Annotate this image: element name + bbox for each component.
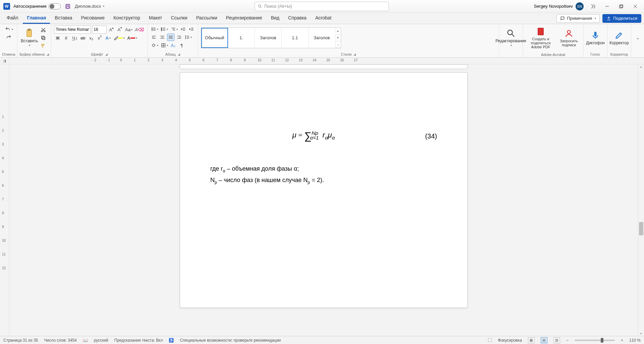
spellcheck-icon[interactable]: 📖: [83, 338, 88, 343]
styles-scroll-down[interactable]: ▾: [335, 35, 341, 41]
status-language[interactable]: русский: [94, 338, 108, 343]
styles-scroll-up[interactable]: ▴: [335, 28, 341, 35]
acrobat-sign-button[interactable]: Запросить подписи: [557, 27, 581, 48]
status-page[interactable]: Страница 31 из 35: [3, 338, 38, 343]
status-focus[interactable]: Фокусировка: [498, 338, 522, 343]
cut-button[interactable]: [40, 26, 47, 34]
redo-button[interactable]: [5, 34, 13, 41]
align-center-button[interactable]: [159, 34, 166, 41]
show-marks-button[interactable]: ¶: [178, 42, 185, 49]
status-words[interactable]: Число слов: 3454: [44, 338, 76, 343]
tab-review[interactable]: Рецензирование: [222, 13, 266, 24]
dialog-launcher-icon[interactable]: ◢: [47, 53, 49, 56]
scrollbar-thumb[interactable]: [639, 222, 643, 235]
acrobat-create-button[interactable]: Создать и поделиться Adobe PDF: [526, 25, 556, 50]
comments-button[interactable]: Примечания ▾: [556, 14, 600, 23]
zoom-level[interactable]: 110 %: [629, 338, 641, 343]
style-heading1-num[interactable]: 1.: [228, 28, 255, 48]
tab-draw[interactable]: Рисование: [77, 13, 109, 24]
superscript-button[interactable]: x2: [96, 34, 103, 42]
scroll-up-icon[interactable]: ▴: [638, 65, 644, 68]
tab-acrobat[interactable]: Acrobat: [311, 13, 335, 24]
tab-help[interactable]: Справка: [284, 13, 311, 24]
vertical-scrollbar[interactable]: ▴ ▾: [638, 64, 644, 336]
view-read-button[interactable]: ▦: [528, 337, 535, 343]
borders-button[interactable]: ▾: [160, 42, 169, 49]
minimize-button[interactable]: [602, 2, 612, 11]
text-line-1[interactable]: где rα – объемная доля фазы α;: [210, 163, 437, 174]
zoom-in-button[interactable]: +: [621, 338, 623, 343]
change-case-button[interactable]: Aa▾: [124, 26, 133, 33]
italic-button[interactable]: К: [62, 34, 70, 42]
tab-layout[interactable]: Макет: [145, 13, 166, 24]
tab-insert[interactable]: Вставка: [51, 13, 76, 24]
status-accessibility[interactable]: Специальные возможности: проверьте реком…: [180, 338, 281, 343]
underline-button[interactable]: Ч▾: [71, 34, 78, 42]
bold-button[interactable]: Ж: [54, 34, 61, 42]
dialog-launcher-icon[interactable]: ◢: [178, 53, 180, 56]
align-justify-button[interactable]: [167, 34, 174, 41]
page[interactable]: μ = ∑Npα=1 rαμα (34) где rα – объемная д…: [180, 72, 468, 308]
editor-button[interactable]: Корректор: [610, 29, 628, 47]
editing-button[interactable]: Редактирование ▾: [502, 27, 520, 48]
user-account[interactable]: Sergey Novopoltsev SN: [534, 2, 584, 10]
increase-indent-button[interactable]: [188, 25, 195, 33]
style-heading2-num[interactable]: 1.1: [282, 28, 309, 48]
view-web-button[interactable]: ▥: [553, 337, 560, 343]
document-name[interactable]: Диплом.docx ▾: [75, 4, 104, 9]
dialog-launcher-icon[interactable]: ◢: [354, 53, 356, 56]
strikethrough-button[interactable]: ab: [79, 34, 87, 42]
vertical-ruler[interactable]: 123456789101112: [0, 64, 9, 336]
paste-button[interactable]: Вставить ▾: [20, 27, 38, 48]
numbering-button[interactable]: 123▾: [160, 25, 169, 33]
equation[interactable]: μ = ∑Npα=1 rαμα: [210, 126, 417, 146]
undo-button[interactable]: ▾: [4, 25, 14, 33]
styles-expand[interactable]: ⌄: [335, 41, 341, 48]
highlight-button[interactable]: ▾: [113, 34, 125, 42]
line-spacing-button[interactable]: ▾: [184, 34, 193, 41]
style-heading2[interactable]: Заголов: [309, 28, 335, 48]
tab-file[interactable]: Файл: [3, 13, 22, 24]
view-print-button[interactable]: ▤: [541, 337, 547, 343]
text-effects-button[interactable]: A▾: [104, 34, 112, 42]
toggle-switch[interactable]: [49, 3, 61, 9]
style-normal[interactable]: Обычный: [201, 28, 228, 48]
font-size-select[interactable]: [92, 25, 107, 34]
maximize-button[interactable]: [616, 2, 626, 11]
multilevel-button[interactable]: ▾: [170, 25, 178, 33]
align-left-button[interactable]: [150, 34, 158, 41]
accessibility-icon[interactable]: ♿: [169, 338, 174, 343]
sort-button[interactable]: A↓: [170, 42, 177, 49]
style-heading1[interactable]: Заголов: [255, 28, 282, 48]
search-input[interactable]: Поиск (Alt+Ы): [255, 2, 389, 11]
format-painter-button[interactable]: [40, 42, 47, 50]
copy-button[interactable]: [40, 34, 47, 42]
clear-formatting-button[interactable]: A⌫: [134, 26, 145, 33]
shrink-font-button[interactable]: A▾: [116, 26, 123, 33]
font-color-button[interactable]: A▾: [126, 34, 138, 42]
coming-soon-icon[interactable]: [588, 2, 598, 11]
ruler-corner[interactable]: ◨: [0, 58, 9, 64]
grow-font-button[interactable]: A▴: [108, 26, 115, 33]
font-name-select[interactable]: [54, 25, 91, 34]
decrease-indent-button[interactable]: [179, 25, 187, 33]
align-right-button[interactable]: [175, 34, 183, 41]
horizontal-ruler[interactable]: ◨ · 2· 101234567891011121314151617: [0, 58, 644, 64]
close-button[interactable]: [631, 2, 640, 11]
share-button[interactable]: Поделиться: [602, 14, 641, 23]
styles-gallery[interactable]: Обычный 1. Заголов 1.1 Заголов ▴ ▾ ⌄: [201, 27, 341, 48]
tab-references[interactable]: Ссылки: [167, 13, 191, 24]
tab-mailings[interactable]: Рассылки: [192, 13, 221, 24]
focus-mode-icon[interactable]: ⛶: [488, 338, 492, 343]
bullets-button[interactable]: ▾: [150, 25, 159, 33]
tab-view[interactable]: Вид: [267, 13, 283, 24]
save-icon[interactable]: [64, 3, 71, 10]
tab-design[interactable]: Конструктор: [109, 13, 144, 24]
shading-button[interactable]: ▾: [150, 42, 159, 49]
autosave-toggle[interactable]: Автосохранение: [13, 3, 61, 9]
zoom-out-button[interactable]: −: [566, 338, 569, 343]
subscript-button[interactable]: x2: [88, 34, 95, 42]
text-line-2[interactable]: Np – число фаз (в нашем случае Np = 2).: [210, 174, 437, 186]
tab-home[interactable]: Главная: [23, 13, 50, 24]
dictate-button[interactable]: Диктофон: [586, 29, 604, 47]
